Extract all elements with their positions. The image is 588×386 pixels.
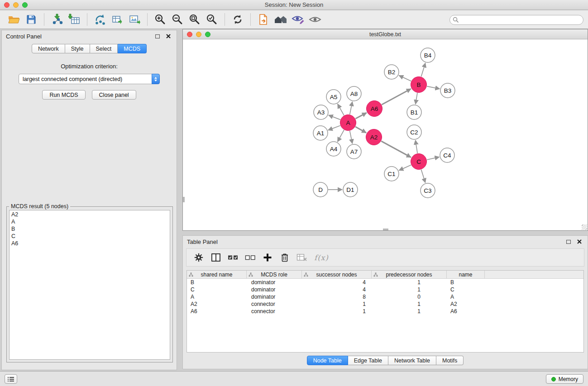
memory-button[interactable]: Memory bbox=[546, 374, 583, 384]
column-header-shared-name[interactable]: shared name bbox=[187, 271, 247, 278]
graph-edge-A6-B[interactable] bbox=[382, 89, 411, 105]
table-row[interactable]: C dominator 4 1 C bbox=[187, 286, 583, 293]
graph-edge-B-B3[interactable] bbox=[427, 86, 440, 89]
close-view-button[interactable] bbox=[187, 32, 192, 37]
graph-edge-A-A5[interactable] bbox=[338, 104, 344, 115]
save-session-button[interactable] bbox=[23, 12, 40, 27]
float-table-panel-button[interactable] bbox=[564, 238, 573, 245]
graph-edge-C-C4[interactable] bbox=[427, 157, 439, 160]
graph-edge-A-A4[interactable] bbox=[338, 130, 344, 142]
cell-name[interactable]: A bbox=[447, 293, 485, 300]
refresh-layout-button[interactable] bbox=[229, 12, 246, 27]
cell-shared-name[interactable]: A bbox=[187, 293, 247, 300]
column-header-name[interactable]: name bbox=[447, 271, 485, 278]
column-header-predecessor-nodes[interactable]: predecessor nodes bbox=[372, 271, 447, 278]
cell-successor-nodes[interactable]: 1 bbox=[302, 308, 372, 315]
cell-successor-nodes[interactable]: 4 bbox=[302, 279, 372, 286]
table-row[interactable]: A6 connector 1 1 A6 bbox=[187, 308, 583, 315]
tab-edge-table[interactable]: Edge Table bbox=[348, 356, 388, 365]
graph-edge-A-A1[interactable] bbox=[328, 126, 340, 130]
delete-table-button[interactable] bbox=[294, 250, 310, 265]
cell-predecessor-nodes[interactable]: 1 bbox=[372, 286, 447, 293]
cell-predecessor-nodes[interactable]: 1 bbox=[372, 300, 447, 308]
cell-shared-name[interactable]: A6 bbox=[187, 308, 247, 315]
column-header-successor-nodes[interactable]: successor nodes bbox=[302, 271, 372, 278]
list-item[interactable]: A2 bbox=[10, 211, 170, 218]
table-row[interactable]: A dominator 8 0 A bbox=[187, 293, 583, 300]
cell-successor-nodes[interactable]: 8 bbox=[302, 293, 372, 300]
cell-mcds-role[interactable]: dominator bbox=[247, 279, 302, 286]
cell-shared-name[interactable]: A2 bbox=[187, 300, 247, 308]
close-window-button[interactable] bbox=[4, 2, 10, 8]
zoom-view-button[interactable] bbox=[205, 32, 210, 37]
open-file-button[interactable] bbox=[255, 12, 272, 27]
export-image-button[interactable] bbox=[126, 12, 143, 27]
export-table-button[interactable] bbox=[109, 12, 126, 27]
float-panel-button[interactable] bbox=[153, 33, 162, 40]
show-columns-button[interactable] bbox=[208, 250, 224, 265]
task-history-button[interactable] bbox=[5, 374, 17, 384]
graph-edge-A-A8[interactable] bbox=[350, 102, 353, 114]
graph-edge-A-A7[interactable] bbox=[350, 131, 353, 143]
cell-mcds-role[interactable]: connector bbox=[247, 308, 302, 315]
tab-select[interactable]: Select bbox=[90, 44, 118, 53]
tab-network[interactable]: Network bbox=[32, 44, 65, 53]
cell-predecessor-nodes[interactable]: 1 bbox=[372, 279, 447, 286]
graph-edge-A-A3[interactable] bbox=[329, 115, 340, 119]
delete-column-button[interactable] bbox=[277, 250, 292, 265]
mcds-result-list[interactable]: A2 A B C A6 bbox=[9, 210, 170, 360]
open-session-button[interactable] bbox=[5, 12, 23, 27]
minimize-view-button[interactable] bbox=[196, 32, 201, 37]
minimize-window-button[interactable] bbox=[13, 2, 19, 8]
cell-predecessor-nodes[interactable]: 1 bbox=[372, 308, 447, 315]
deselect-all-button[interactable] bbox=[243, 250, 258, 265]
show-hide-button[interactable] bbox=[306, 12, 324, 27]
tab-network-table[interactable]: Network Table bbox=[388, 356, 436, 365]
graph-edge-A2-C[interactable] bbox=[381, 141, 411, 157]
cell-name[interactable]: A6 bbox=[447, 308, 485, 315]
select-all-button[interactable] bbox=[225, 250, 241, 265]
run-mcds-button[interactable]: Run MCDS bbox=[42, 90, 85, 100]
graph-edge-A-A2[interactable] bbox=[355, 127, 366, 133]
cell-successor-nodes[interactable]: 4 bbox=[302, 286, 372, 293]
import-network-button[interactable] bbox=[48, 12, 66, 27]
search-input[interactable] bbox=[449, 15, 583, 25]
zoom-in-button[interactable] bbox=[152, 12, 169, 27]
function-builder-button[interactable]: f(x) bbox=[311, 250, 331, 265]
tab-motifs[interactable]: Motifs bbox=[436, 356, 464, 365]
cell-name[interactable]: B bbox=[447, 279, 485, 286]
vertical-scrollbar-thumb[interactable] bbox=[183, 197, 185, 202]
cell-predecessor-nodes[interactable]: 0 bbox=[372, 293, 447, 300]
list-item[interactable]: C bbox=[10, 233, 170, 240]
cell-name[interactable]: A2 bbox=[447, 300, 485, 308]
zoom-selected-button[interactable] bbox=[203, 12, 220, 27]
graph-edge-B-B2[interactable] bbox=[399, 76, 411, 81]
close-panel-button[interactable] bbox=[164, 33, 172, 40]
cell-mcds-role[interactable]: dominator bbox=[247, 293, 302, 300]
cell-name[interactable]: C bbox=[447, 286, 485, 293]
tab-style[interactable]: Style bbox=[65, 44, 90, 53]
close-table-panel-button[interactable] bbox=[575, 238, 583, 245]
graph-edge-A-A6[interactable] bbox=[355, 113, 366, 119]
cell-shared-name[interactable]: C bbox=[187, 286, 247, 293]
cell-successor-nodes[interactable]: 1 bbox=[302, 300, 372, 308]
cell-shared-name[interactable]: B bbox=[187, 279, 247, 286]
graph-edge-C-C2[interactable] bbox=[416, 140, 417, 153]
close-panel-button-secondary[interactable]: Close panel bbox=[92, 90, 136, 100]
table-row[interactable]: B dominator 4 1 B bbox=[187, 279, 583, 286]
list-item[interactable]: A6 bbox=[10, 240, 170, 247]
zoom-window-button[interactable] bbox=[22, 2, 28, 8]
list-item[interactable]: A bbox=[10, 218, 170, 225]
annotation-button[interactable] bbox=[289, 12, 306, 27]
graph-edge-C-C3[interactable] bbox=[421, 170, 425, 183]
graph-edge-B-B1[interactable] bbox=[416, 93, 417, 104]
criterion-dropdown[interactable]: largest connected component (directed) bbox=[19, 74, 160, 84]
cell-mcds-role[interactable]: dominator bbox=[247, 286, 302, 293]
zoom-out-button[interactable] bbox=[169, 12, 186, 27]
home-button[interactable] bbox=[272, 12, 289, 27]
network-canvas[interactable]: AA6A2BCA5A8A3A1A4A7B2B4B3B1C2C1C4C3DD1 bbox=[183, 40, 588, 230]
import-table-button[interactable] bbox=[66, 12, 83, 27]
table-settings-button[interactable] bbox=[191, 250, 206, 265]
graph-svg[interactable]: AA6A2BCA5A8A3A1A4A7B2B4B3B1C2C1C4C3DD1 bbox=[183, 40, 588, 230]
tab-mcds[interactable]: MCDS bbox=[118, 44, 147, 53]
